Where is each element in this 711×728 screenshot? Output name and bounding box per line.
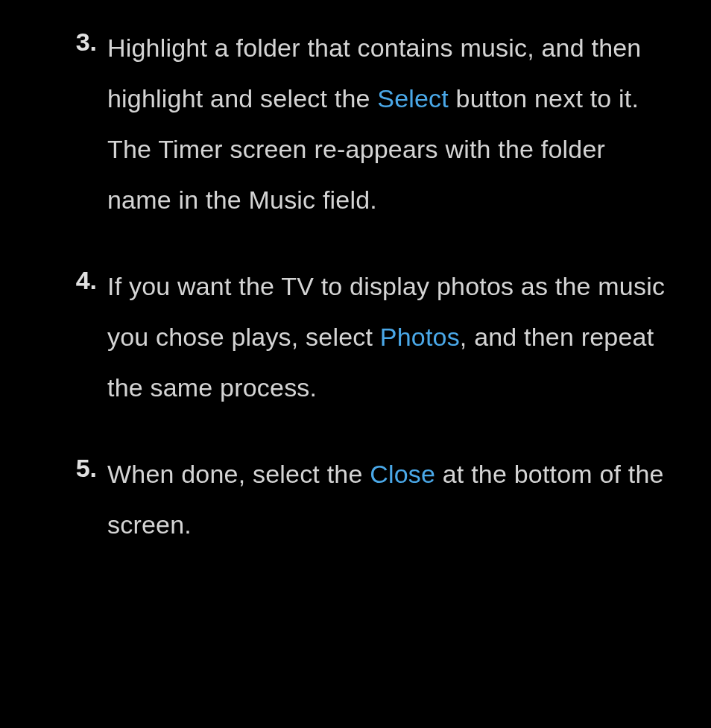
keyword-close: Close: [370, 460, 435, 488]
step-body: Highlight a folder that contains music, …: [107, 22, 666, 225]
step-text: When done, select the: [107, 460, 370, 488]
keyword-select: Select: [377, 84, 449, 113]
step-marker: 5.: [45, 449, 107, 488]
step-3: 3. Highlight a folder that contains musi…: [45, 22, 666, 225]
step-4: 4. If you want the TV to display photos …: [45, 261, 666, 413]
step-5: 5. When done, select the Close at the bo…: [45, 449, 666, 550]
instruction-page: 3. Highlight a folder that contains musi…: [0, 0, 711, 608]
keyword-photos: Photos: [380, 323, 460, 351]
step-marker: 4.: [45, 261, 107, 300]
step-body: If you want the TV to display photos as …: [107, 261, 666, 413]
step-marker: 3.: [45, 22, 107, 62]
step-body: When done, select the Close at the botto…: [107, 449, 666, 550]
